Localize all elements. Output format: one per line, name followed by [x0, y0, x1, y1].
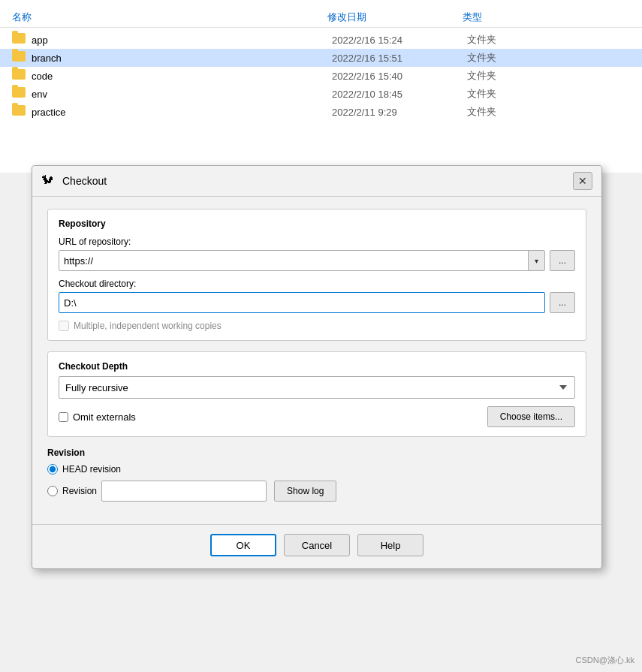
head-revision-row: HEAD revision: [47, 464, 586, 475]
omit-externals-label: Omit externals: [73, 411, 136, 423]
depth-select[interactable]: Fully recursive Immediate children Only …: [59, 376, 575, 399]
file-type: 文件夹: [467, 105, 630, 119]
checkout-depth-section: Checkout Depth Fully recursive Immediate…: [47, 351, 586, 437]
url-browse-button[interactable]: ...: [550, 250, 575, 271]
url-input-wrapper: ▾: [59, 250, 545, 271]
header-type: 类型: [463, 11, 630, 24]
checkout-dialog: 🐿 Checkout ✕ Repository URL of repositor…: [32, 165, 602, 569]
folder-icon: [12, 105, 26, 116]
file-date: 2022/2/16 15:51: [332, 53, 467, 64]
file-type: 文件夹: [467, 69, 630, 83]
file-name: branch: [32, 53, 332, 64]
specific-revision-radio[interactable]: [47, 486, 58, 496]
choose-items-button[interactable]: Choose items...: [487, 406, 575, 427]
externals-row: Omit externals Choose items...: [59, 406, 575, 427]
revision-section: Revision HEAD revision Revision Show log: [47, 447, 586, 502]
help-button[interactable]: Help: [357, 534, 423, 556]
folder-icon: [12, 87, 26, 98]
ok-button[interactable]: OK: [210, 534, 276, 556]
dialog-footer: OK Cancel Help: [32, 524, 601, 568]
dialog-body: Repository URL of repository: ▾ ... Chec…: [32, 197, 601, 524]
folder-icon: [12, 33, 26, 44]
show-log-button[interactable]: Show log: [274, 481, 336, 502]
file-type: 文件夹: [467, 51, 630, 65]
file-type: 文件夹: [467, 33, 630, 47]
repository-section: Repository URL of repository: ▾ ... Chec…: [47, 209, 586, 341]
list-item[interactable]: branch 2022/2/16 15:51 文件夹: [0, 49, 642, 67]
omit-externals-checkbox[interactable]: [59, 412, 68, 422]
head-revision-radio[interactable]: [47, 464, 58, 475]
file-name: code: [32, 71, 332, 82]
list-item[interactable]: practice 2022/2/11 9:29 文件夹: [0, 103, 642, 121]
specific-revision-label: Revision: [62, 486, 97, 496]
multiple-copies-checkbox[interactable]: [59, 321, 69, 331]
folder-icon: [12, 51, 26, 62]
file-type: 文件夹: [467, 87, 630, 101]
head-revision-label: HEAD revision: [62, 464, 121, 475]
list-item[interactable]: code 2022/2/16 15:40 文件夹: [0, 67, 642, 85]
url-input[interactable]: [59, 251, 528, 270]
checkout-icon: 🐿: [41, 173, 56, 188]
revision-row: Revision Show log: [47, 481, 586, 502]
file-name: practice: [32, 107, 332, 118]
multiple-copies-label: Multiple, independent working copies: [74, 321, 222, 331]
list-item[interactable]: env 2022/2/10 18:45 文件夹: [0, 85, 642, 103]
repository-label: Repository: [59, 218, 575, 229]
cancel-button[interactable]: Cancel: [284, 534, 350, 556]
externals-left: Omit externals: [59, 411, 136, 423]
file-name: env: [32, 89, 332, 100]
revision-input-row: Show log: [101, 481, 336, 502]
header-date: 修改日期: [327, 11, 463, 24]
url-dropdown-arrow[interactable]: ▾: [528, 251, 544, 270]
file-list-header: 名称 修改日期 类型: [0, 8, 642, 28]
list-item[interactable]: app 2022/2/16 15:24 文件夹: [0, 31, 642, 49]
watermark: CSDN@涤心.kk: [576, 655, 634, 666]
header-name: 名称: [12, 11, 327, 24]
directory-label: Checkout directory:: [59, 279, 575, 289]
file-date: 2022/2/16 15:40: [332, 71, 467, 82]
folder-icon: [12, 69, 26, 80]
file-explorer: 名称 修改日期 类型 app 2022/2/16 15:24 文件夹 branc…: [0, 0, 642, 173]
directory-browse-button[interactable]: ...: [550, 292, 575, 313]
url-label: URL of repository:: [59, 237, 575, 247]
checkout-depth-label: Checkout Depth: [59, 361, 575, 372]
dialog-title: Checkout: [62, 175, 573, 187]
directory-input[interactable]: [59, 292, 545, 313]
file-date: 2022/2/11 9:29: [332, 107, 467, 118]
file-name: app: [32, 35, 332, 46]
file-date: 2022/2/10 18:45: [332, 89, 467, 100]
revision-number-input[interactable]: [101, 481, 267, 502]
multiple-copies-row: Multiple, independent working copies: [59, 321, 575, 331]
revision-label: Revision: [47, 447, 586, 458]
file-date: 2022/2/16 15:24: [332, 35, 467, 46]
dialog-titlebar: 🐿 Checkout ✕: [32, 166, 601, 197]
directory-input-row: ...: [59, 292, 575, 313]
url-input-row: ▾ ...: [59, 250, 575, 271]
close-button[interactable]: ✕: [573, 172, 592, 190]
